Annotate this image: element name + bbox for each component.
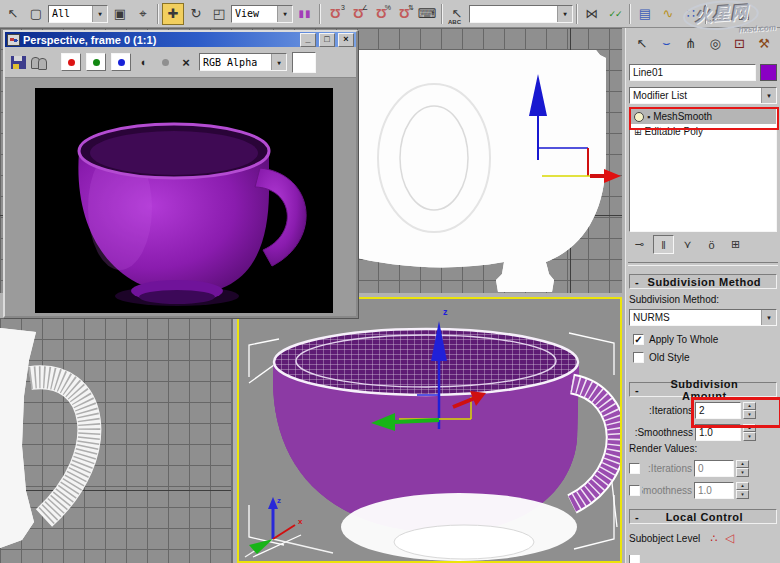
window-crossing-toggle-icon[interactable]: ▣ — [109, 3, 131, 25]
vertex-subobject-icon[interactable]: ∴ — [710, 532, 717, 545]
selection-filter-dropdown[interactable]: All ▼ — [48, 5, 108, 23]
select-and-scale-icon[interactable]: ◰ — [208, 3, 230, 25]
chevron-down-icon[interactable]: ▼ — [761, 310, 776, 325]
collapse-indicator[interactable]: - — [635, 384, 639, 396]
collapse-indicator[interactable]: - — [635, 276, 639, 288]
render-frame-window[interactable]: Perspective, frame 0 (1:1) _ □ × ◐ × RGB… — [3, 30, 358, 318]
clipped-checkbox[interactable] — [629, 555, 640, 563]
viewport-perspective[interactable]: z z x — [237, 297, 622, 563]
display-tab-icon[interactable]: ⊡ — [729, 32, 751, 54]
chevron-down-icon[interactable]: ▼ — [761, 88, 776, 103]
channel-display-dropdown[interactable]: RGB Alpha ▼ — [199, 53, 287, 71]
command-panel-tabs: ↖ ⌣ ⋔ ◎ ⊡ ⚒ — [629, 31, 777, 55]
render-iterations-spinner[interactable]: ▴▾ — [736, 460, 749, 477]
red-dot-icon — [68, 59, 75, 66]
render-iterations-checkbox[interactable] — [629, 463, 640, 474]
make-unique-icon[interactable]: ⋎ — [677, 235, 698, 254]
render-scene-icon[interactable]: ▩ — [710, 3, 732, 25]
stack-item-label: Editable Poly — [645, 126, 703, 137]
stack-item-editable-poly[interactable]: ⊞ Editable Poly — [630, 124, 776, 139]
snap-3d-icon[interactable]: Ω3 — [324, 3, 346, 25]
lightbulb-icon[interactable] — [634, 112, 644, 122]
close-button[interactable]: × — [338, 33, 354, 47]
old-style-checkbox[interactable] — [633, 352, 644, 363]
iterations-spinner[interactable]: ▴▾ — [743, 402, 756, 419]
remove-modifier-icon[interactable]: ö — [701, 235, 722, 254]
align-icon[interactable]: ✓✓ — [604, 3, 626, 25]
layer-manager-icon[interactable]: ▤ — [634, 3, 656, 25]
spinner-snap-icon[interactable]: Ω⇅ — [393, 3, 415, 25]
blue-channel-button[interactable] — [111, 53, 131, 71]
clear-image-button[interactable]: × — [178, 54, 194, 70]
front-wireframe-cup[interactable] — [350, 46, 622, 293]
red-channel-button[interactable] — [61, 53, 81, 71]
show-end-result-icon[interactable]: ‖ — [653, 235, 674, 254]
left-wireframe-cup[interactable] — [0, 326, 130, 556]
percent-snap-icon[interactable]: Ω% — [370, 3, 392, 25]
minimize-button[interactable]: _ — [300, 33, 316, 47]
clone-window-icon[interactable] — [31, 56, 47, 69]
utilities-tab-icon[interactable]: ⚒ — [753, 32, 775, 54]
reference-coordsys-dropdown[interactable]: View ▼ — [231, 5, 293, 23]
render-smoothness-field[interactable]: 1.0 — [694, 482, 734, 499]
subdivision-method-dropdown[interactable]: NURMS ▼ — [629, 309, 777, 326]
chevron-down-icon[interactable]: ▼ — [277, 6, 292, 22]
curve-editor-icon[interactable]: ∿ — [657, 3, 679, 25]
configure-modifier-sets-icon[interactable]: ⊞ — [725, 235, 746, 254]
expand-plus-icon[interactable]: ⊞ — [634, 127, 642, 137]
rectangular-selection-region-icon[interactable]: ▢ — [25, 3, 47, 25]
smoothness-spinner[interactable]: ▴▾ — [743, 424, 756, 441]
iterations-field[interactable]: 2 — [695, 402, 741, 419]
render-window-titlebar[interactable]: Perspective, frame 0 (1:1) _ □ × — [5, 32, 356, 47]
motion-tab-icon[interactable]: ◎ — [704, 32, 726, 54]
maximize-button[interactable]: □ — [319, 33, 335, 47]
mirror-icon[interactable]: ⋈ — [581, 3, 603, 25]
monochrome-channel-button[interactable]: ◐ — [136, 54, 152, 70]
stack-item-meshsmooth[interactable]: ▪ MeshSmooth — [630, 109, 776, 124]
rollout-local-control[interactable]: - Local Control — [629, 509, 777, 524]
named-selection-dropdown[interactable]: ▼ — [469, 5, 573, 23]
angle-snap-icon[interactable]: Ω∠ — [347, 3, 369, 25]
render-smoothness-checkbox[interactable] — [629, 485, 640, 496]
select-and-rotate-icon[interactable]: ↻ — [185, 3, 207, 25]
collapse-indicator[interactable]: - — [635, 511, 639, 523]
create-tab-icon[interactable]: ↖ — [631, 32, 653, 54]
use-pivot-center-icon[interactable]: ▮▮ — [294, 3, 316, 25]
chevron-down-icon[interactable]: ▼ — [271, 54, 286, 70]
rollout-subdivision-method[interactable]: - Subdivision Method — [629, 274, 777, 289]
render-smoothness-spinner[interactable]: ▴▾ — [736, 482, 749, 499]
smoothness-field[interactable]: 1.0 — [695, 424, 741, 441]
render-iterations-field[interactable]: 0 — [694, 460, 734, 477]
select-and-move-icon[interactable]: ✚ — [162, 3, 184, 25]
background-color-swatch[interactable] — [292, 52, 316, 73]
select-and-manipulate-icon[interactable]: ⌖ — [132, 3, 154, 25]
chevron-down-icon[interactable]: ▼ — [557, 6, 572, 22]
pin-stack-icon[interactable]: ⊸ — [629, 235, 650, 254]
apply-to-whole-checkbox[interactable]: ✓ — [633, 334, 644, 345]
modifier-list-dropdown[interactable]: Modifier List ▼ — [629, 87, 777, 104]
alpha-channel-button[interactable] — [157, 54, 173, 70]
schematic-view-icon[interactable]: ∷ — [680, 3, 702, 25]
keyboard-override-icon[interactable]: ⌨ — [416, 3, 438, 25]
named-selection-sets-icon[interactable]: ↖ABC — [446, 3, 468, 25]
hierarchy-tab-icon[interactable]: ⋔ — [680, 32, 702, 54]
face-subobject-icon[interactable]: ◁ — [725, 531, 734, 545]
old-style-label: Old Style — [649, 352, 690, 363]
save-image-icon[interactable] — [11, 56, 26, 69]
rollout-subdivision-amount[interactable]: - Subdivision Amount — [629, 382, 777, 397]
select-object-icon[interactable]: ↖ — [2, 3, 24, 25]
rollout-title: Local Control — [647, 511, 762, 523]
quick-render-icon[interactable]: ▨ — [733, 3, 755, 25]
modify-tab-icon[interactable]: ⌣ — [655, 32, 677, 54]
render-values-label: Render Values: — [629, 443, 777, 454]
green-channel-button[interactable] — [86, 53, 106, 71]
blue-dot-icon — [118, 59, 125, 66]
object-color-swatch[interactable] — [760, 64, 777, 81]
chevron-down-icon[interactable]: ▼ — [92, 6, 107, 22]
svg-text:z: z — [277, 496, 281, 505]
viewport-left[interactable] — [0, 318, 233, 563]
modifier-list-label: Modifier List — [633, 90, 761, 101]
object-name-field[interactable]: Line01 — [629, 64, 756, 81]
reference-coordsys-value: View — [235, 8, 277, 19]
modifier-stack-list: ▪ MeshSmooth ⊞ Editable Poly — [629, 108, 777, 232]
